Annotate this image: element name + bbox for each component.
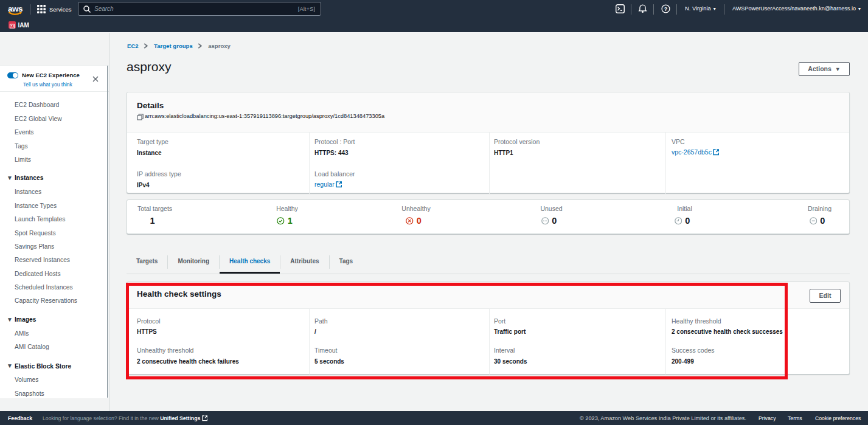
svg-text:aws: aws	[8, 4, 23, 13]
svg-text:?: ?	[664, 6, 668, 12]
